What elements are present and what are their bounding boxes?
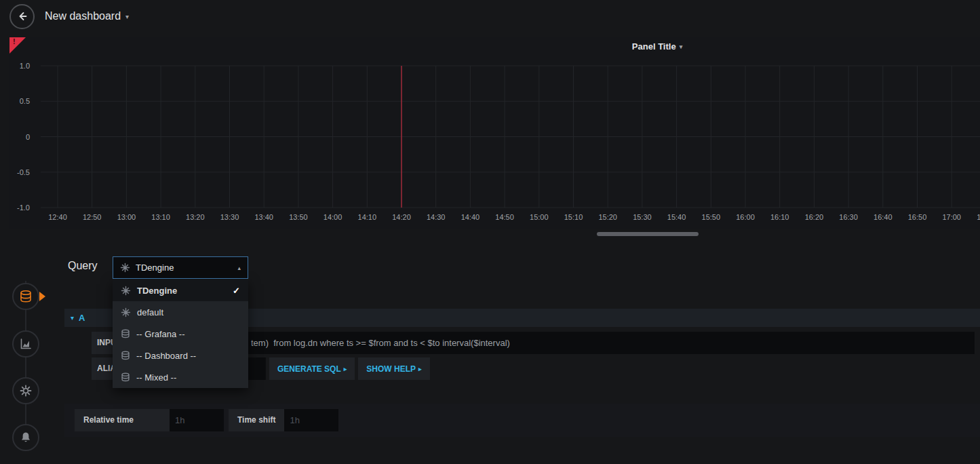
dropdown-item-tdengine[interactable]: TDengine ✓ — [113, 279, 248, 301]
datasource-dropdown-menu: TDengine ✓ default -- Grafana -- -- Dash… — [113, 279, 248, 388]
dropdown-item-label: -- Mixed -- — [136, 372, 176, 383]
svg-text:14:50: 14:50 — [495, 213, 514, 221]
dropdown-item-default[interactable]: default — [113, 301, 248, 323]
horizontal-scrollbar[interactable] — [597, 232, 699, 236]
svg-text:17:10: 17:10 — [977, 213, 980, 221]
svg-text:15:10: 15:10 — [564, 213, 583, 221]
svg-text:16:20: 16:20 — [805, 213, 824, 221]
active-tab-pointer-icon — [39, 292, 45, 301]
database-icon — [19, 290, 33, 303]
chevron-up-icon: ▴ — [237, 265, 241, 271]
svg-text:13:10: 13:10 — [151, 213, 170, 221]
relative-time-field[interactable] — [170, 409, 224, 431]
svg-text:16:50: 16:50 — [908, 213, 927, 221]
back-button[interactable] — [9, 4, 35, 29]
chevron-down-icon: ▾ — [71, 314, 74, 322]
relative-time-label: Relative time — [75, 409, 170, 431]
input-sql-field[interactable] — [155, 332, 975, 354]
svg-text:12:40: 12:40 — [48, 213, 67, 221]
gear-icon — [19, 384, 33, 398]
database-icon — [121, 329, 130, 339]
query-ref-id: A — [79, 313, 85, 323]
svg-text:14:20: 14:20 — [392, 213, 411, 221]
plugin-star-icon — [121, 286, 131, 296]
dashboard-title[interactable]: New dashboard — [45, 10, 121, 22]
svg-text:14:10: 14:10 — [358, 213, 377, 221]
check-icon: ✓ — [233, 286, 240, 296]
query-section-label: Query — [68, 260, 98, 272]
svg-text:15:40: 15:40 — [667, 213, 686, 221]
svg-text:-1.0: -1.0 — [17, 204, 30, 212]
show-help-label: SHOW HELP — [366, 364, 416, 374]
dropdown-item-label: default — [137, 307, 163, 317]
dropdown-item-grafana[interactable]: -- Grafana -- — [113, 323, 248, 345]
caret-right-icon: ▸ — [418, 366, 422, 372]
datasource-select[interactable]: TDengine ▴ — [113, 256, 248, 279]
datasource-selected-value: TDengine — [136, 263, 174, 273]
arrow-left-icon — [17, 11, 28, 22]
chevron-down-icon[interactable]: ▾ — [125, 13, 129, 20]
bell-icon — [19, 431, 33, 444]
svg-text:1.0: 1.0 — [20, 62, 30, 70]
query-time-options: Relative time Time shift — [64, 404, 980, 437]
tab-queries[interactable] — [12, 283, 39, 310]
chart-icon — [19, 337, 33, 351]
svg-text:13:50: 13:50 — [289, 213, 308, 221]
svg-text:15:30: 15:30 — [633, 213, 652, 221]
svg-text:14:30: 14:30 — [427, 213, 446, 221]
grafana-dashboard-edit: { "colors": { "accent_orange": "#eb7b18"… — [0, 0, 980, 464]
svg-text:13:30: 13:30 — [220, 213, 239, 221]
svg-text:13:00: 13:00 — [117, 213, 136, 221]
svg-text:13:20: 13:20 — [186, 213, 205, 221]
tab-general[interactable] — [12, 377, 39, 404]
time-series-chart: 1.00.50-0.5-1.012:4012:5013:0013:1013:20… — [9, 37, 980, 229]
graph-panel: ! Panel Title ▾ 1.00.50-0.5-1.012:4012:5… — [9, 37, 980, 229]
database-icon — [121, 351, 130, 360]
svg-text:14:40: 14:40 — [461, 213, 480, 221]
dropdown-item-mixed[interactable]: -- Mixed -- — [113, 366, 248, 388]
show-help-button[interactable]: SHOW HELP ▸ — [358, 357, 429, 380]
tab-alert[interactable] — [12, 424, 39, 451]
plugin-star-icon — [121, 307, 131, 317]
time-shift-label: Time shift — [229, 409, 284, 431]
svg-text:16:00: 16:00 — [736, 213, 755, 221]
dropdown-item-label: -- Grafana -- — [136, 329, 185, 339]
svg-text:15:50: 15:50 — [702, 213, 721, 221]
svg-text:15:20: 15:20 — [598, 213, 617, 221]
svg-text:-0.5: -0.5 — [17, 168, 30, 176]
generate-sql-label: GENERATE SQL — [277, 364, 341, 374]
caret-right-icon: ▸ — [344, 366, 347, 372]
svg-text:14:00: 14:00 — [324, 213, 342, 221]
dropdown-item-label: TDengine — [137, 286, 177, 296]
svg-text:0.5: 0.5 — [20, 97, 30, 105]
plugin-star-icon — [120, 263, 130, 273]
svg-text:16:10: 16:10 — [770, 213, 789, 221]
dropdown-item-label: -- Dashboard -- — [136, 351, 196, 361]
tab-visualization[interactable] — [12, 330, 39, 357]
svg-text:16:30: 16:30 — [839, 213, 858, 221]
error-exclamation-icon: ! — [13, 37, 16, 45]
svg-text:13:40: 13:40 — [254, 213, 273, 221]
top-navbar: New dashboard ▾ — [0, 0, 980, 33]
svg-text:0: 0 — [26, 133, 30, 141]
svg-text:17:00: 17:00 — [942, 213, 961, 221]
dropdown-item-dashboard[interactable]: -- Dashboard -- — [113, 345, 248, 366]
database-icon — [121, 372, 130, 382]
svg-text:15:00: 15:00 — [530, 213, 549, 221]
time-shift-field[interactable] — [284, 409, 338, 431]
svg-text:12:50: 12:50 — [83, 213, 102, 221]
generate-sql-button[interactable]: GENERATE SQL ▸ — [269, 357, 355, 380]
svg-text:16:40: 16:40 — [874, 213, 893, 221]
